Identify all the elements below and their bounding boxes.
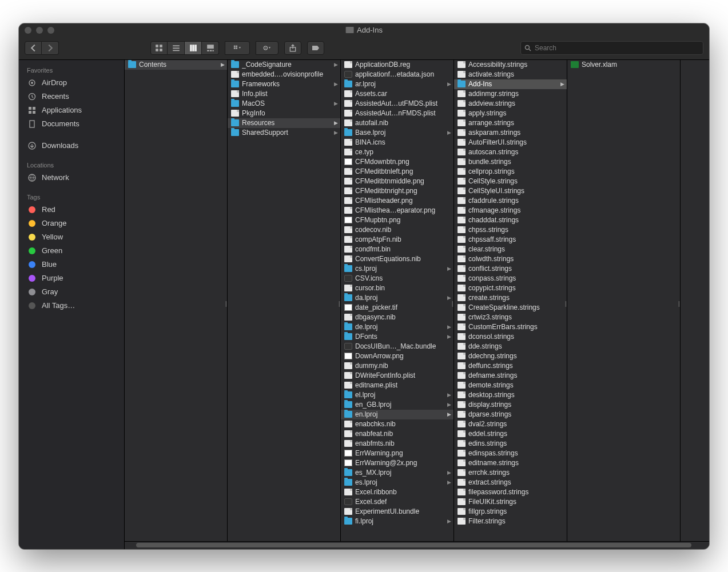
view-icon-button[interactable] — [150, 41, 168, 55]
list-item[interactable]: create.strings — [454, 293, 567, 303]
list-item[interactable]: colwdth.strings — [454, 254, 567, 264]
list-item[interactable]: CreateSparkline.strings — [454, 303, 567, 313]
minimize-button[interactable] — [36, 27, 43, 34]
list-item[interactable]: en_GB.lproj▶ — [341, 400, 453, 410]
list-item[interactable]: el.lproj▶ — [341, 390, 453, 400]
list-item[interactable]: editname.strings — [454, 458, 567, 468]
search-field[interactable] — [520, 41, 703, 55]
list-item[interactable]: errchk.strings — [454, 468, 567, 478]
list-item[interactable]: CFMeditbtnmiddle.png — [341, 177, 453, 186]
sidebar-item[interactable]: Orange — [19, 217, 124, 230]
column-resize-grip[interactable]: || — [565, 301, 566, 307]
list-item[interactable]: Excel.sdef — [341, 497, 453, 507]
list-item[interactable]: en.lproj▶ — [341, 410, 453, 419]
list-item[interactable]: AutoFilterUI.strings — [454, 138, 567, 147]
sidebar-item[interactable]: Applications — [19, 103, 124, 117]
list-item[interactable]: Solver.xlam — [567, 60, 680, 70]
list-item[interactable]: editname.plist — [341, 381, 453, 390]
list-item[interactable]: autoscan.strings — [454, 147, 567, 157]
list-item[interactable]: deffunc.strings — [454, 361, 567, 371]
list-item[interactable]: desktop.strings — [454, 390, 567, 400]
view-gallery-button[interactable] — [202, 41, 219, 55]
list-item[interactable]: Info.plist — [228, 89, 340, 99]
list-item[interactable]: fi.lproj▶ — [341, 517, 453, 526]
close-button[interactable] — [25, 27, 31, 34]
list-item[interactable]: CFMeditbtnleft.png — [341, 167, 453, 177]
list-item[interactable]: es.lproj▶ — [341, 478, 453, 487]
column[interactable]: ApplicationDB.regapplicationf…etadata.js… — [341, 60, 454, 541]
list-item[interactable]: DFonts▶ — [341, 332, 453, 342]
sidebar-item[interactable]: Purple — [19, 271, 124, 285]
list-item[interactable]: Add-Ins▶ — [454, 79, 567, 89]
list-item[interactable]: chpssaff.strings — [454, 235, 567, 245]
list-item[interactable]: ErrWarning@2x.png — [341, 458, 453, 468]
list-item[interactable]: condfmt.bin — [341, 245, 453, 254]
column-resize-grip[interactable]: || — [339, 301, 339, 307]
tags-button[interactable] — [307, 41, 324, 55]
list-item[interactable]: Resources▶ — [228, 118, 340, 128]
list-item[interactable]: MacOS▶ — [228, 99, 340, 109]
list-item[interactable]: Base.lproj▶ — [341, 128, 453, 138]
list-item[interactable]: arrange.strings — [454, 118, 567, 128]
arrange-button[interactable] — [225, 41, 250, 55]
list-item[interactable]: cellprop.strings — [454, 167, 567, 177]
list-item[interactable]: ddechng.strings — [454, 351, 567, 361]
list-item[interactable]: CellStyle.strings — [454, 177, 567, 186]
list-item[interactable]: de.lproj▶ — [341, 322, 453, 332]
list-item[interactable]: Filter.strings — [454, 517, 567, 526]
list-item[interactable]: addview.strings — [454, 99, 567, 109]
list-item[interactable]: cursor.bin — [341, 283, 453, 293]
list-item[interactable]: SharedSupport▶ — [228, 128, 340, 138]
list-item[interactable]: dparse.strings — [454, 410, 567, 419]
list-item[interactable]: Frameworks▶ — [228, 79, 340, 89]
list-item[interactable]: cs.lproj▶ — [341, 264, 453, 274]
list-item[interactable]: conpass.strings — [454, 274, 567, 283]
list-item[interactable]: dde.strings — [454, 342, 567, 351]
list-item[interactable]: edins.strings — [454, 439, 567, 449]
list-item[interactable]: bundle.strings — [454, 157, 567, 167]
list-item[interactable]: Assets.car — [341, 89, 453, 99]
column-resize-grip[interactable]: || — [225, 301, 226, 307]
list-item[interactable]: CSV.icns — [341, 274, 453, 283]
list-item[interactable]: Accessibility.strings — [454, 60, 567, 70]
back-button[interactable] — [25, 41, 42, 55]
list-item[interactable]: ExperimentUI.bundle — [341, 507, 453, 517]
sidebar-item[interactable]: Recents — [19, 90, 124, 103]
list-item[interactable]: ApplicationDB.reg — [341, 60, 453, 70]
list-item[interactable]: CFMeditbtnright.png — [341, 186, 453, 196]
sidebar-item[interactable]: Blue — [19, 258, 124, 271]
column[interactable]: Solver.xlam|| — [567, 60, 681, 541]
list-item[interactable]: Contents▶ — [125, 60, 227, 70]
horizontal-scrollbar[interactable] — [125, 541, 709, 549]
list-item[interactable]: ar.lproj▶ — [341, 79, 453, 89]
list-item[interactable]: CustomErrBars.strings — [454, 322, 567, 332]
view-column-button[interactable] — [185, 41, 202, 55]
list-item[interactable]: codecov.nib — [341, 225, 453, 235]
list-item[interactable]: CFMlistheader.png — [341, 196, 453, 206]
list-item[interactable]: da.lproj▶ — [341, 293, 453, 303]
list-item[interactable]: DownArrow.png — [341, 351, 453, 361]
column[interactable]: Contents▶|| — [125, 60, 228, 541]
sidebar-item[interactable]: Green — [19, 244, 124, 258]
list-item[interactable]: embedded.…ovisionprofile — [228, 70, 340, 79]
list-item[interactable]: applicationf…etadata.json — [341, 70, 453, 79]
list-item[interactable]: conflict.strings — [454, 264, 567, 274]
list-item[interactable]: askparam.strings — [454, 128, 567, 138]
list-item[interactable]: chpss.strings — [454, 225, 567, 235]
zoom-button[interactable] — [47, 27, 54, 34]
column[interactable]: _CodeSignature▶embedded.…ovisionprofileF… — [228, 60, 341, 541]
list-item[interactable]: autofail.nib — [341, 118, 453, 128]
list-item[interactable]: eddel.strings — [454, 429, 567, 439]
list-item[interactable]: dconsol.strings — [454, 332, 567, 342]
list-item[interactable]: AssistedAut…utFMDS.plist — [341, 99, 453, 109]
list-item[interactable]: compAtpFn.nib — [341, 235, 453, 245]
list-item[interactable]: addinmgr.strings — [454, 89, 567, 99]
list-item[interactable]: copypict.strings — [454, 283, 567, 293]
list-item[interactable]: chadddat.strings — [454, 215, 567, 225]
list-item[interactable]: ErrWarning.png — [341, 449, 453, 458]
list-item[interactable]: dummy.nib — [341, 361, 453, 371]
list-item[interactable]: crtwiz3.strings — [454, 313, 567, 322]
column-resize-grip[interactable]: || — [452, 301, 452, 307]
list-item[interactable]: defname.strings — [454, 371, 567, 381]
list-item[interactable]: display.strings — [454, 400, 567, 410]
